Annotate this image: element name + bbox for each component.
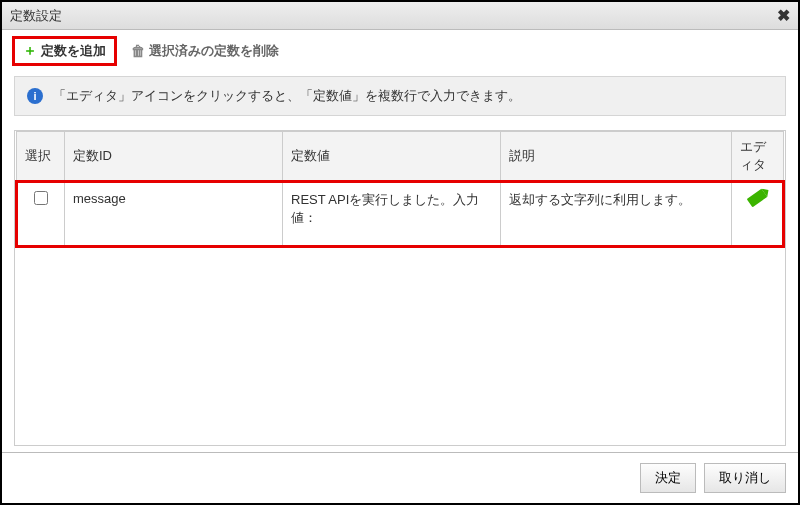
row-checkbox[interactable] — [34, 191, 48, 205]
footer: 決定 取り消し — [2, 452, 798, 503]
table-header-row: 選択 定数ID 定数値 説明 エディタ — [17, 132, 784, 182]
ok-button[interactable]: 決定 — [640, 463, 696, 493]
col-value[interactable]: 定数値 — [283, 132, 501, 182]
row-value-cell[interactable]: REST APIを実行しました。入力値： — [283, 182, 501, 247]
close-icon[interactable]: ✖ — [777, 6, 790, 25]
pencil-icon[interactable] — [747, 189, 767, 208]
row-desc-cell[interactable]: 返却する文字列に利用します。 — [501, 182, 732, 247]
constants-table: 選択 定数ID 定数値 説明 エディタ message REST APIを実行し… — [14, 130, 786, 446]
col-id[interactable]: 定数ID — [65, 132, 283, 182]
row-id-cell[interactable]: message — [65, 182, 283, 247]
toolbar: ＋ 定数を追加 🗑 選択済みの定数を削除 — [2, 30, 798, 72]
col-desc[interactable]: 説明 — [501, 132, 732, 182]
delete-selected-label: 選択済みの定数を削除 — [149, 42, 279, 60]
title-bar: 定数設定 ✖ — [2, 2, 798, 30]
add-constant-label: 定数を追加 — [41, 42, 106, 60]
add-constant-button[interactable]: ＋ 定数を追加 — [12, 36, 117, 66]
content-wrap: i 「エディタ」アイコンをクリックすると、「定数値」を複数行で入力できます。 選… — [2, 72, 798, 452]
trash-icon: 🗑 — [131, 43, 145, 59]
row-select-cell — [17, 182, 65, 247]
row-editor-cell — [732, 182, 784, 247]
dialog-title: 定数設定 — [10, 7, 62, 25]
col-select[interactable]: 選択 — [17, 132, 65, 182]
table-row[interactable]: message REST APIを実行しました。入力値： 返却する文字列に利用し… — [17, 182, 784, 247]
cancel-button[interactable]: 取り消し — [704, 463, 786, 493]
info-text: 「エディタ」アイコンをクリックすると、「定数値」を複数行で入力できます。 — [53, 87, 521, 105]
info-icon: i — [27, 88, 43, 104]
col-editor[interactable]: エディタ — [732, 132, 784, 182]
delete-selected-button[interactable]: 🗑 選択済みの定数を削除 — [131, 42, 279, 60]
plus-icon: ＋ — [23, 42, 37, 60]
info-banner: i 「エディタ」アイコンをクリックすると、「定数値」を複数行で入力できます。 — [14, 76, 786, 116]
